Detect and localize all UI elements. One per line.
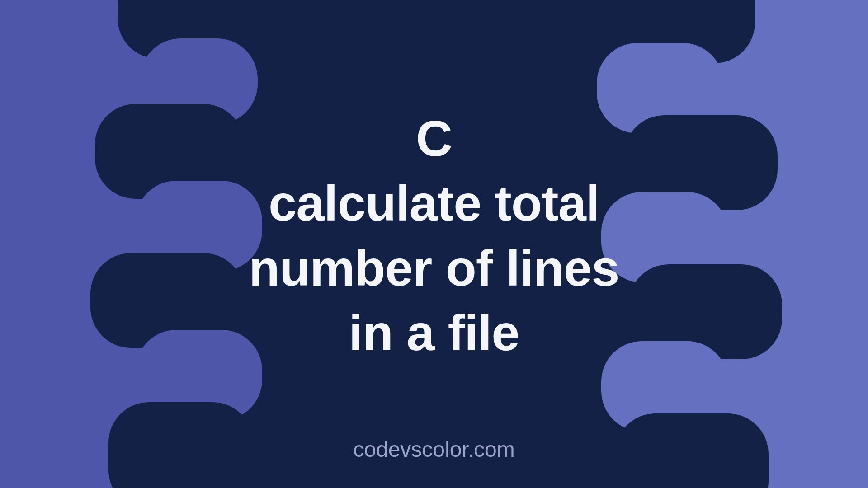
banner-canvas: C calculate total number of lines in a f… — [0, 0, 868, 488]
title-line: number of lines — [0, 236, 868, 300]
title-line: in a file — [0, 300, 868, 365]
title-line: C — [0, 106, 868, 171]
title-block: C calculate total number of lines in a f… — [0, 106, 868, 365]
watermark-text: codevscolor.com — [0, 437, 868, 462]
title-line: calculate total — [0, 171, 868, 235]
